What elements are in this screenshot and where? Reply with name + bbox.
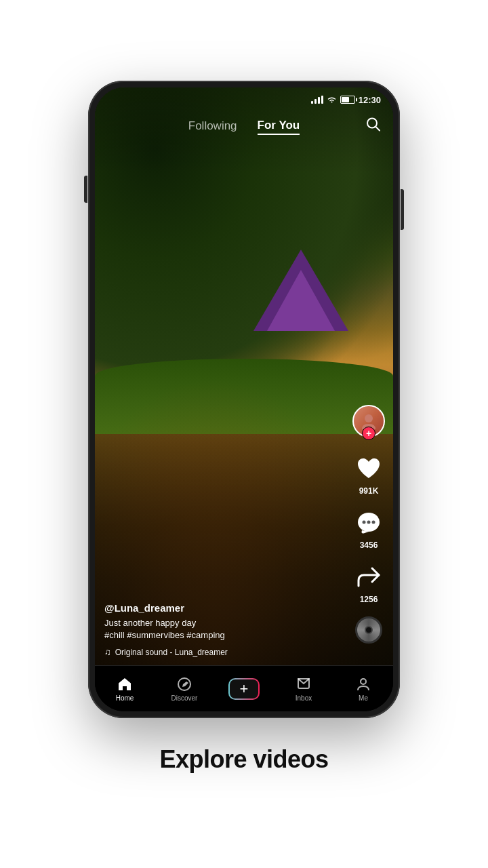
svg-point-1	[365, 414, 373, 422]
music-disc-action[interactable]	[355, 616, 382, 644]
home-label: Home	[116, 694, 134, 702]
svg-point-4	[367, 521, 371, 524]
share-icon	[354, 562, 384, 592]
music-note-icon: ♫	[104, 647, 111, 657]
share-count: 1256	[360, 595, 378, 604]
nav-add[interactable]: +	[214, 678, 274, 700]
like-count: 991K	[359, 486, 379, 496]
wifi-icon	[327, 96, 337, 104]
svg-point-3	[363, 521, 366, 524]
comment-action[interactable]: 3456	[354, 508, 384, 550]
bottom-nav: Home Discover +	[95, 665, 393, 711]
heart-icon	[354, 454, 384, 484]
svg-point-5	[372, 521, 375, 524]
music-bar[interactable]: ♫ Original sound - Luna_dreamer	[104, 647, 346, 657]
caption-line1: Just another happy day	[104, 618, 196, 628]
follow-plus-icon[interactable]: +	[362, 427, 375, 440]
tab-following[interactable]: Following	[188, 118, 237, 134]
battery-fill	[342, 97, 350, 102]
sound-label: Original sound - Luna_dreamer	[115, 648, 228, 657]
screen-content: 12:30 Following For You	[95, 87, 393, 711]
music-disc-icon	[355, 616, 382, 644]
nav-discover[interactable]: Discover	[155, 676, 214, 702]
bottom-info: @Luna_dreamer Just another happy day #ch…	[104, 602, 346, 657]
discover-label: Discover	[171, 694, 198, 702]
signal-bar-2	[314, 99, 317, 104]
caption-line2: #chill #summervibes #camping	[104, 630, 225, 640]
nav-inbox[interactable]: Inbox	[274, 676, 333, 702]
like-action[interactable]: 991K	[354, 454, 384, 496]
music-disc-center	[365, 626, 373, 634]
top-nav: Following For You	[95, 112, 393, 140]
svg-point-7	[361, 679, 366, 684]
nav-home[interactable]: Home	[95, 676, 155, 702]
inbox-label: Inbox	[296, 694, 312, 702]
battery-icon	[340, 96, 355, 104]
status-bar: 12:30	[95, 87, 393, 112]
explore-heading: Explore videos	[159, 745, 328, 774]
status-time: 12:30	[359, 95, 381, 105]
add-button[interactable]: +	[228, 678, 260, 700]
phone-device: 12:30 Following For You	[88, 81, 400, 718]
phone-screen: 12:30 Following For You	[95, 87, 393, 711]
signal-bar-4	[321, 96, 323, 104]
tab-for-you[interactable]: For You	[258, 117, 300, 135]
status-icons: 12:30	[311, 95, 381, 105]
me-icon	[355, 676, 371, 692]
caption: Just another happy day #chill #summervib…	[104, 617, 346, 642]
signal-icon	[311, 96, 323, 104]
nav-me[interactable]: Me	[333, 676, 393, 702]
share-action[interactable]: 1256	[354, 562, 384, 604]
search-icon[interactable]	[366, 117, 381, 136]
comment-icon	[354, 508, 384, 538]
signal-bar-1	[311, 101, 313, 104]
username[interactable]: @Luna_dreamer	[104, 602, 346, 614]
creator-avatar-item[interactable]: +	[352, 405, 385, 441]
page-wrapper: 12:30 Following For You	[0, 0, 488, 868]
avatar-wrap: +	[352, 405, 385, 437]
video-background[interactable]	[95, 87, 393, 665]
inbox-icon	[296, 676, 312, 692]
video-gradient	[95, 87, 393, 665]
home-icon	[117, 676, 133, 692]
add-icon: +	[240, 682, 249, 696]
comment-count: 3456	[360, 540, 378, 550]
me-label: Me	[359, 694, 368, 702]
signal-bar-3	[318, 97, 320, 104]
right-actions: + 991K	[352, 405, 385, 644]
discover-icon	[176, 676, 192, 692]
